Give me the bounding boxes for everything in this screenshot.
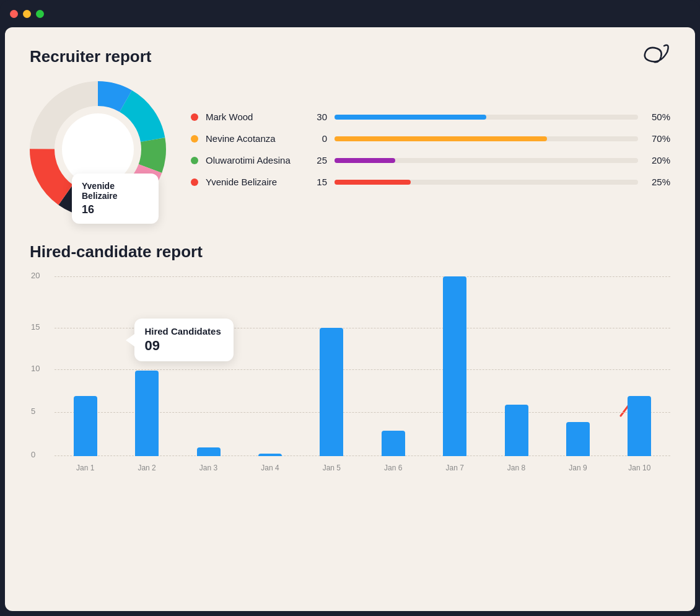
legend-name-2: Oluwarotimi Adesina (206, 155, 305, 165)
bar-label-7: Jan 8 (507, 464, 525, 472)
donut-chart: Yvenide Belizaire 16 (30, 81, 166, 218)
bar-chart-area: 20 15 10 5 0 Jan (30, 276, 670, 475)
recruiter-legends: Mark Wood 30 50% Nevine Acotanza 0 (191, 112, 670, 187)
bar-col-7: Jan 8 (486, 276, 547, 456)
bar-col-9: Jan 10 (609, 276, 670, 456)
grid-label-0: 0 (31, 450, 35, 459)
bar-col-0: Jan 1 (55, 276, 116, 456)
bar-label-6: Jan 7 (445, 464, 463, 472)
app-window: Recruiter report (0, 0, 700, 616)
titlebar (0, 0, 700, 27)
hired-candidate-title: Hired-candidate report (30, 242, 670, 262)
bar-col-5: Jan 6 (362, 276, 424, 456)
swirl-decoration-icon (627, 40, 676, 77)
bar-rect-0[interactable] (74, 396, 97, 456)
legend-name-3: Yvenide Belizaire (206, 177, 305, 187)
bar-track-2 (335, 158, 638, 163)
maximize-dot[interactable] (36, 10, 44, 18)
legend-row-1: Nevine Acotanza 0 70% (191, 133, 670, 144)
bar-rect-7[interactable] (505, 405, 528, 456)
content-area: Recruiter report (5, 27, 695, 611)
bar-fill-1 (335, 136, 547, 141)
bar-label-2: Jan 3 (199, 464, 217, 472)
recruiter-report-title: Recruiter report (30, 47, 670, 66)
bar-col-4: Jan 5 (301, 276, 362, 456)
bars-wrapper: Jan 1Jan 2Hired Candidates09Jan 3Jan 4Ja… (55, 276, 670, 456)
donut-tooltip-value: 16 (82, 203, 149, 216)
legend-dot-0 (191, 113, 198, 121)
bar-fill-3 (335, 180, 411, 185)
bar-fill-0 (335, 115, 486, 120)
bar-label-3: Jan 4 (261, 464, 279, 472)
bar-label-9: Jan 10 (628, 464, 650, 472)
minimize-dot[interactable] (23, 10, 31, 18)
close-dot[interactable] (10, 10, 18, 18)
bar-track-1 (335, 136, 638, 141)
donut-tooltip: Yvenide Belizaire 16 (72, 174, 159, 224)
legend-pct-3: 25% (645, 177, 670, 187)
grid-label-20: 20 (31, 271, 40, 280)
bar-tooltip-title: Hired Candidates (144, 326, 224, 337)
grid-label-15: 15 (31, 322, 40, 332)
legend-pct-2: 20% (645, 155, 670, 165)
legend-count-0: 30 (312, 112, 327, 122)
bar-label-5: Jan 6 (384, 464, 402, 472)
bar-rect-5[interactable] (382, 431, 405, 456)
hired-candidate-section: Hired-candidate report 20 15 10 (30, 242, 670, 475)
grid-label-5: 5 (31, 407, 35, 416)
bar-rect-9[interactable] (628, 396, 651, 456)
grid-label-10: 10 (31, 364, 40, 373)
legend-count-3: 15 (312, 177, 327, 187)
bar-col-8: Jan 9 (547, 276, 608, 456)
bar-track-0 (335, 115, 638, 120)
bar-chart-tooltip: Hired Candidates09 (134, 319, 234, 361)
bar-label-0: Jan 1 (76, 464, 94, 472)
legend-dot-1 (191, 135, 198, 143)
donut-tooltip-name: Yvenide Belizaire (82, 181, 149, 201)
bar-col-6: Jan 7 (424, 276, 485, 456)
recruiter-report-section: Recruiter report (30, 47, 670, 218)
bar-col-1: Jan 2Hired Candidates09 (116, 276, 177, 456)
legend-row-3: Yvenide Belizaire 15 25% (191, 177, 670, 187)
legend-pct-1: 70% (645, 133, 670, 144)
legend-name-0: Mark Wood (206, 112, 305, 122)
bar-label-4: Jan 5 (323, 464, 341, 472)
bar-fill-2 (335, 158, 395, 163)
legend-pct-0: 50% (645, 112, 670, 122)
bar-label-8: Jan 9 (569, 464, 587, 472)
bar-label-1: Jan 2 (138, 464, 155, 472)
bar-track-3 (335, 180, 638, 185)
legend-dot-3 (191, 178, 198, 186)
recruiter-layout: Yvenide Belizaire 16 Mark Wood 30 50% (30, 81, 670, 218)
bar-rect-4[interactable] (320, 328, 343, 456)
bar-col-2: Jan 3 (178, 276, 239, 456)
bar-rect-2[interactable] (197, 447, 221, 456)
legend-dot-2 (191, 157, 198, 164)
legend-row-2: Oluwarotimi Adesina 25 20% (191, 155, 670, 165)
bar-rect-1[interactable] (135, 371, 159, 456)
bar-tooltip-value: 09 (144, 338, 224, 354)
tooltip-arrow-icon (126, 334, 134, 346)
legend-count-2: 25 (312, 155, 327, 165)
bar-rect-8[interactable] (566, 422, 590, 456)
legend-count-1: 0 (312, 133, 327, 144)
bar-col-3: Jan 4 (239, 276, 300, 456)
legend-name-1: Nevine Acotanza (206, 133, 305, 144)
bar-rect-6[interactable] (443, 276, 466, 456)
legend-row-0: Mark Wood 30 50% (191, 112, 670, 122)
bar-rect-3[interactable] (258, 454, 282, 456)
